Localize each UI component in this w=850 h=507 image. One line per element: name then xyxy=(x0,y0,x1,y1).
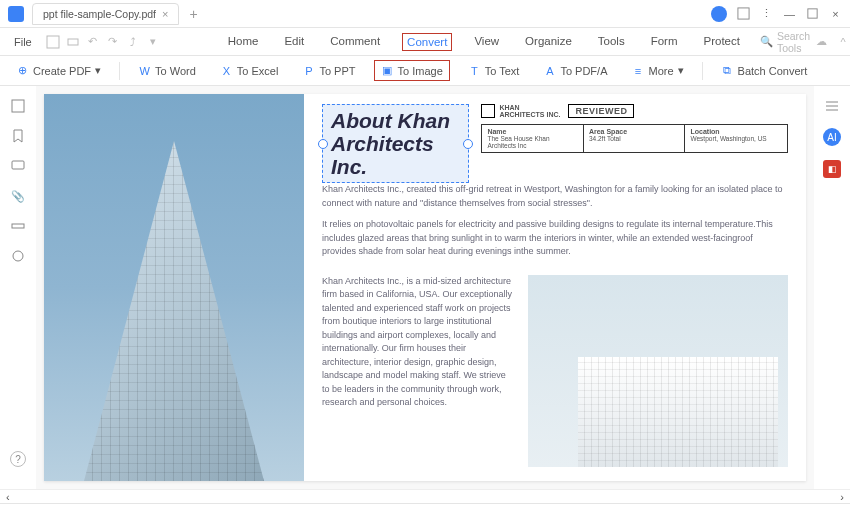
right-sidebar: AI ◧ xyxy=(814,86,850,489)
doc-header: About Khan Architects Inc. KHANARCHITECT… xyxy=(304,94,806,179)
to-pdfa-label: To PDF/A xyxy=(560,65,607,77)
bookmark-icon[interactable] xyxy=(10,128,26,144)
doc-title-l2: Architects Inc. xyxy=(331,132,460,178)
menu-convert[interactable]: Convert xyxy=(402,33,452,51)
pdfa-icon: A xyxy=(543,64,556,77)
app-icon xyxy=(8,6,24,22)
dropdown-icon[interactable]: ▾ xyxy=(146,35,160,49)
convert-toolbar: ⊕Create PDF▾ WTo Word XTo Excel PTo PPT … xyxy=(0,56,850,86)
tab-title: ppt file-sample-Copy.pdf xyxy=(43,8,156,20)
pdf-page: About Khan Architects Inc. KHANARCHITECT… xyxy=(44,94,806,481)
comments-icon[interactable] xyxy=(10,158,26,174)
close-window-icon[interactable]: × xyxy=(829,7,842,20)
search-tools[interactable]: 🔍 Search Tools xyxy=(760,30,810,54)
khan-l1: KHAN xyxy=(499,104,560,111)
side-image xyxy=(528,275,788,468)
help-button[interactable]: ? xyxy=(10,451,26,467)
close-tab-icon[interactable]: × xyxy=(162,8,168,20)
to-excel-label: To Excel xyxy=(237,65,279,77)
properties-icon[interactable] xyxy=(824,98,840,114)
more-button[interactable]: ≡More▾ xyxy=(625,61,689,80)
batch-icon: ⧉ xyxy=(721,64,734,77)
menu-protect[interactable]: Protect xyxy=(699,33,743,51)
titlebar: ppt file-sample-Copy.pdf × + ⋮ — × xyxy=(0,0,850,28)
cloud-icon[interactable]: ☁ xyxy=(814,35,828,49)
layers-icon[interactable] xyxy=(10,248,26,264)
selected-text-box[interactable]: About Khan Architects Inc. xyxy=(322,104,469,183)
file-menu[interactable]: File xyxy=(8,34,38,50)
create-pdf-label: Create PDF xyxy=(33,65,91,77)
to-excel-button[interactable]: XTo Excel xyxy=(214,61,285,80)
svg-point-7 xyxy=(13,251,23,261)
redo-icon[interactable]: ↷ xyxy=(106,35,120,49)
user-avatar[interactable] xyxy=(711,6,727,22)
maximize-icon[interactable] xyxy=(806,7,819,20)
info-name-v: The Sea House Khan Architects Inc xyxy=(487,135,578,149)
hero-image xyxy=(44,94,304,481)
batch-convert-button[interactable]: ⧉Batch Convert xyxy=(715,61,814,80)
more-icon[interactable]: ⋮ xyxy=(760,7,773,20)
to-image-button[interactable]: ▣To Image xyxy=(374,60,450,81)
svg-rect-4 xyxy=(12,100,24,112)
menu-comment[interactable]: Comment xyxy=(326,33,384,51)
info-area-h: Area Space xyxy=(589,128,680,135)
search-icon: 🔍 xyxy=(760,35,773,48)
more-lines-icon: ≡ xyxy=(631,64,644,77)
image-icon: ▣ xyxy=(381,64,394,77)
p2: It relies on photovoltaic panels for ele… xyxy=(322,218,788,259)
search-placeholder: Search Tools xyxy=(777,30,810,54)
svg-rect-1 xyxy=(808,9,817,18)
undo-icon[interactable]: ↶ xyxy=(86,35,100,49)
to-image-label: To Image xyxy=(398,65,443,77)
info-loc-h: Location xyxy=(690,128,782,135)
to-pdfa-button[interactable]: ATo PDF/A xyxy=(537,61,613,80)
app-menu-icon[interactable] xyxy=(737,7,750,20)
share-icon[interactable]: ⤴ xyxy=(126,35,140,49)
menu-home[interactable]: Home xyxy=(224,33,263,51)
canvas[interactable]: About Khan Architects Inc. KHANARCHITECT… xyxy=(36,86,814,489)
statusbar: 101.93 x 47.87 cm ✋ ⬚ |‹ ‹ / 4 › ›| ⊞ ▭ … xyxy=(0,503,850,507)
chevron-down-icon: ▾ xyxy=(95,64,101,77)
collapse-ribbon-icon[interactable]: ^ xyxy=(836,35,850,49)
menu-form[interactable]: Form xyxy=(647,33,682,51)
to-text-button[interactable]: TTo Text xyxy=(462,61,526,80)
info-area-v: 34.2ft Total xyxy=(589,135,680,142)
cloud-app-icon[interactable]: ◧ xyxy=(823,160,841,178)
svg-rect-0 xyxy=(738,8,749,19)
p3: Khan Architects Inc., is a mid-sized arc… xyxy=(322,275,514,468)
body-2: Khan Architects Inc., is a mid-sized arc… xyxy=(304,271,806,482)
menu-view[interactable]: View xyxy=(470,33,503,51)
menu-edit[interactable]: Edit xyxy=(280,33,308,51)
info-loc-v: Westport, Washington, US xyxy=(690,135,782,142)
to-word-button[interactable]: WTo Word xyxy=(132,61,202,80)
to-ppt-label: To PPT xyxy=(319,65,355,77)
thumbnails-icon[interactable] xyxy=(10,98,26,114)
attachment-icon[interactable]: 📎 xyxy=(10,188,26,204)
menu-organize[interactable]: Organize xyxy=(521,33,576,51)
svg-rect-3 xyxy=(68,39,78,45)
create-pdf-button[interactable]: ⊕Create PDF▾ xyxy=(10,61,107,80)
chevron-down-icon: ▾ xyxy=(678,64,684,77)
print-icon[interactable] xyxy=(66,35,80,49)
scroll-right-icon[interactable]: › xyxy=(840,491,844,503)
khan-l2: ARCHITECTS INC. xyxy=(499,111,560,118)
svg-rect-6 xyxy=(12,224,24,228)
add-tab-button[interactable]: + xyxy=(189,6,197,22)
svg-rect-2 xyxy=(47,36,59,48)
to-word-label: To Word xyxy=(155,65,196,77)
svg-rect-5 xyxy=(12,161,24,169)
minimize-icon[interactable]: — xyxy=(783,7,796,20)
fields-icon[interactable] xyxy=(10,218,26,234)
save-icon[interactable] xyxy=(46,35,60,49)
document-tab[interactable]: ppt file-sample-Copy.pdf × xyxy=(32,3,179,25)
left-sidebar: 📎 xyxy=(0,86,36,489)
info-name-h: Name xyxy=(487,128,578,135)
ppt-icon: P xyxy=(302,64,315,77)
menu-tools[interactable]: Tools xyxy=(594,33,629,51)
batch-label: Batch Convert xyxy=(738,65,808,77)
ai-icon[interactable]: AI xyxy=(823,128,841,146)
to-ppt-button[interactable]: PTo PPT xyxy=(296,61,361,80)
body-text-1: Khan Architects Inc., created this off-g… xyxy=(304,179,806,271)
scroll-left-icon[interactable]: ‹ xyxy=(6,491,10,503)
horizontal-scrollbar[interactable]: ‹ › xyxy=(0,489,850,503)
